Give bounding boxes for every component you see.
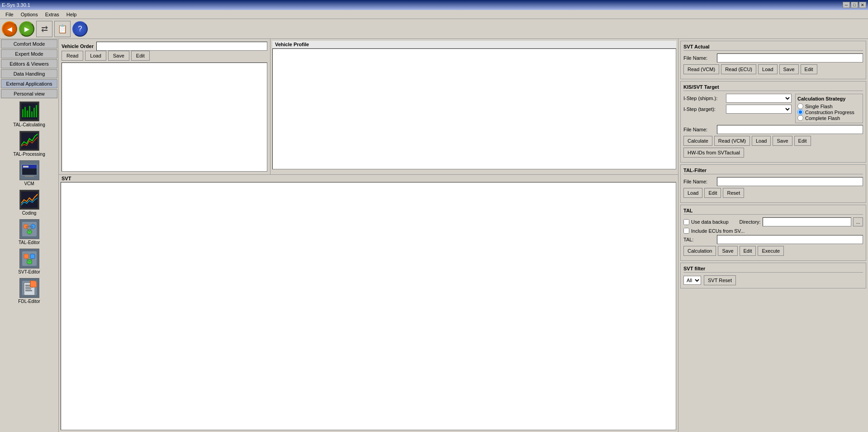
fdl-editor-label: FDL-Editor: [18, 299, 40, 304]
kis-filename-label: File Name:: [683, 127, 715, 132]
tal-execute-button[interactable]: Execute: [758, 246, 784, 256]
vo-load-button[interactable]: Load: [85, 51, 106, 61]
tal-processing-icon: [19, 131, 39, 151]
calc-strategy-group: Calculation Strategy Single Flash Constr…: [795, 94, 863, 123]
construction-progress-radio[interactable]: [797, 109, 803, 115]
toolbar-forward-button[interactable]: ▶: [19, 21, 34, 37]
vehicle-profile-content: [272, 48, 676, 169]
kis-filename-row: File Name:: [683, 125, 863, 134]
tal-field-row: TAL:: [683, 235, 863, 244]
svt-actual-load-button[interactable]: Load: [758, 64, 777, 74]
sidebar-item-vcm[interactable]: VCM: [7, 159, 52, 187]
toolbar-connect-button[interactable]: ⇄: [36, 21, 52, 37]
sidebar-item-tal-calculating[interactable]: TAL-Calculating: [7, 101, 52, 128]
kis-load-button[interactable]: Load: [752, 136, 771, 146]
directory-browse-button[interactable]: ...: [853, 217, 863, 226]
vo-edit-button[interactable]: Edit: [131, 51, 150, 61]
tal-filter-load-button[interactable]: Load: [683, 188, 702, 198]
svt-filter-dropdown[interactable]: All: [683, 276, 701, 285]
sidebar-item-fdl-editor[interactable]: FDL-Editor: [7, 277, 52, 305]
main-layout: Comfort Mode Expert Mode Editors & Viewe…: [0, 39, 868, 432]
istep-shipm-dropdown[interactable]: [726, 94, 792, 103]
sidebar-item-tal-processing[interactable]: TAL-Processing: [7, 130, 52, 158]
sidebar-data-handling[interactable]: Data Handling: [1, 69, 57, 78]
include-ecus-checkbox[interactable]: [683, 228, 689, 234]
use-data-backup-label: Use data backup: [691, 219, 729, 225]
use-data-backup-checkbox[interactable]: [683, 219, 689, 225]
sidebar-external-applications[interactable]: External Applications: [1, 79, 57, 88]
vehicle-order-pane: Vehicle Order Read Load Save Edit: [59, 39, 270, 174]
menu-file[interactable]: File: [2, 11, 17, 18]
svt-reset-button[interactable]: SVT Reset: [704, 275, 736, 285]
sidebar-item-tal-editor[interactable]: TAL-Editor: [7, 218, 52, 246]
vo-read-button[interactable]: Read: [62, 51, 83, 61]
close-button[interactable]: ✕: [859, 2, 866, 8]
toolbar-profile-button[interactable]: 📋: [54, 21, 71, 37]
toolbar-help-button[interactable]: ?: [72, 21, 88, 37]
svt-actual-filename-input[interactable]: [717, 53, 863, 62]
tal-processing-label: TAL-Processing: [13, 152, 45, 157]
right-panel: SVT Actual File Name: Read (VCM) Read (E…: [678, 39, 868, 432]
istep-target-dropdown[interactable]: [726, 105, 792, 114]
svg-marker-34: [30, 281, 37, 287]
istep-shipm-label: I-Step (shipm.):: [683, 96, 724, 101]
menu-extras[interactable]: Extras: [42, 11, 63, 18]
center-panel: Vehicle Order Read Load Save Edit Vehicl…: [59, 39, 678, 432]
kis-save-button[interactable]: Save: [773, 136, 792, 146]
vehicle-order-buttons: Read Load Save Edit: [62, 51, 267, 61]
sidebar-item-coding[interactable]: Coding: [7, 189, 52, 216]
tal-filter-buttons: Load Edit Reset: [683, 188, 863, 198]
sidebar-comfort-mode[interactable]: Comfort Mode: [1, 39, 57, 48]
kis-edit-button[interactable]: Edit: [794, 136, 811, 146]
directory-input[interactable]: [763, 217, 851, 226]
sidebar-item-svt-editor[interactable]: SVT-Editor: [7, 248, 52, 275]
tal-filter-filename-input[interactable]: [717, 177, 863, 186]
radio-construction-progress: Construction Progress: [797, 109, 861, 115]
single-flash-radio[interactable]: [797, 103, 803, 109]
minimize-button[interactable]: ─: [843, 2, 850, 8]
tal-save-button[interactable]: Save: [718, 246, 737, 256]
svt-actual-read-ecu-button[interactable]: Read (ECU): [721, 64, 756, 74]
svg-rect-12: [23, 166, 28, 168]
maximize-button[interactable]: □: [851, 2, 858, 8]
menu-options[interactable]: Options: [17, 11, 42, 18]
sidebar-personal-view[interactable]: Personal view: [1, 89, 57, 98]
svt-content: [61, 182, 676, 430]
hw-ids-button[interactable]: HW-IDs from SVTactual: [683, 148, 744, 158]
vo-save-button[interactable]: Save: [108, 51, 129, 61]
istep-target-row: I-Step (target):: [683, 105, 792, 114]
tal-label: TAL:: [683, 237, 715, 242]
toolbar: ◀ ▶ ⇄ 📋 ?: [0, 19, 868, 39]
svt-actual-edit-button[interactable]: Edit: [801, 64, 817, 74]
hw-ids-row: HW-IDs from SVTactual: [683, 148, 863, 158]
svt-actual-buttons: Read (VCM) Read (ECU) Load Save Edit: [683, 64, 863, 74]
svt-actual-read-vcm-button[interactable]: Read (VCM): [683, 64, 719, 74]
tal-filter-filename-label: File Name:: [683, 179, 715, 184]
vcm-icon: [19, 160, 39, 180]
svg-rect-7: [36, 105, 37, 117]
sidebar-icons: TAL-Calculating TAL-Processing: [0, 99, 58, 432]
tal-calculation-button[interactable]: Calculation: [683, 246, 716, 256]
tal-editor-label: TAL-Editor: [19, 240, 40, 245]
tal-buttons: Calculation Save Edit Execute: [683, 246, 863, 256]
complete-flash-radio[interactable]: [797, 115, 803, 121]
toolbar-back-button[interactable]: ◀: [2, 21, 17, 37]
svt-actual-save-button[interactable]: Save: [779, 64, 799, 74]
tal-edit-button[interactable]: Edit: [740, 246, 756, 256]
tal-filter-filename-row: File Name:: [683, 177, 863, 186]
menu-help[interactable]: Help: [63, 11, 81, 18]
titlebar-controls: ─ □ ✕: [843, 2, 866, 8]
sidebar-editors-viewers[interactable]: Editors & Viewers: [1, 59, 57, 68]
tal-filter-edit-button[interactable]: Edit: [704, 188, 721, 198]
tal-filter-group: TAL-Filter File Name: Load Edit Reset: [680, 164, 866, 203]
fdl-editor-icon: [19, 278, 39, 298]
sidebar-expert-mode[interactable]: Expert Mode: [1, 49, 57, 58]
coding-label: Coding: [22, 211, 37, 216]
vehicle-order-input[interactable]: [96, 42, 267, 51]
tal-calculating-label: TAL-Calculating: [13, 122, 45, 127]
tal-filter-reset-button[interactable]: Reset: [723, 188, 744, 198]
kis-calculate-button[interactable]: Calculate: [683, 136, 712, 146]
kis-read-vcm-button[interactable]: Read (VCM): [714, 136, 750, 146]
tal-input[interactable]: [717, 235, 863, 244]
kis-filename-input[interactable]: [717, 125, 863, 134]
